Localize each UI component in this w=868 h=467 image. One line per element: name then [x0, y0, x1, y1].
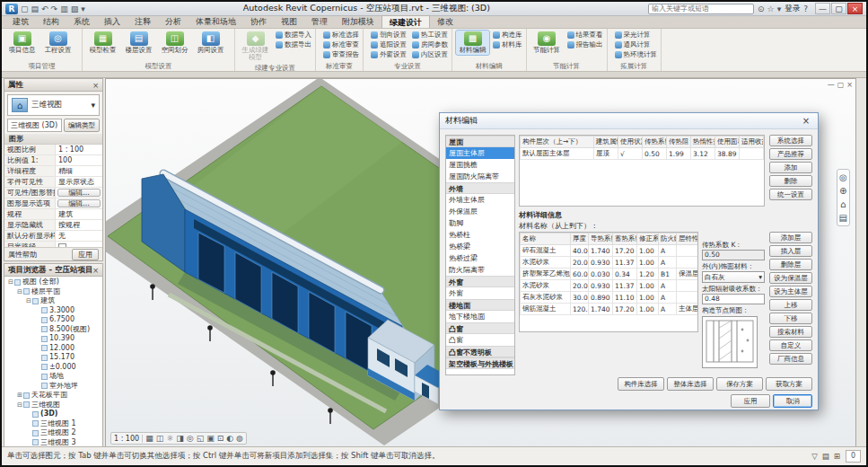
layer-button[interactable]: 删除层 [769, 259, 812, 270]
browser-tree-item[interactable]: ⊟ 三维视图 [4, 401, 102, 410]
close-icon[interactable]: × [92, 266, 99, 275]
design-options-icon[interactable]: ⊞ [834, 452, 840, 461]
detail-level-icon[interactable]: ◫ [156, 434, 164, 443]
properties-help-link[interactable]: 属性帮助 [8, 250, 37, 260]
undo-icon[interactable]: ↶ [41, 4, 48, 13]
property-value[interactable]: 显示原状态 [56, 177, 102, 187]
ribbon-small-button[interactable]: 数据导入 [276, 31, 311, 40]
ribbon-tab[interactable]: 注释 [127, 15, 158, 28]
ribbon-group-label[interactable]: 专业设置 [367, 61, 448, 71]
browser-tree-item[interactable]: 三维视图 1 [4, 419, 102, 429]
material-table-row[interactable]: 挤塑聚苯乙烯泡沫塑料60.00.0300.34 1.20B1保温层 [521, 269, 699, 280]
isolate-icon[interactable]: ◐ [226, 434, 233, 443]
dialog-side-button[interactable]: 删除 [769, 175, 812, 187]
app-logo-icon[interactable]: R [5, 4, 18, 14]
ribbon-tab[interactable]: 管理 [304, 15, 335, 28]
ribbon-button[interactable]: ◧房间设置 [194, 31, 227, 55]
ribbon-button[interactable]: ◫空间划分 [158, 31, 191, 55]
view-restore-icon[interactable]: ▢ [837, 81, 845, 89]
redo-icon[interactable]: ↷ [51, 4, 58, 13]
browser-tree-item[interactable]: ⊞ 天花板平面 [4, 391, 102, 401]
ribbon-small-button[interactable]: 材料库 [493, 40, 522, 49]
browser-tree-item[interactable]: 15.170 [4, 353, 102, 363]
ribbon-button[interactable]: ◎工程设置 [41, 31, 75, 55]
view-minimize-icon[interactable]: — [828, 81, 835, 89]
ribbon-button[interactable]: ▣项目信息 [5, 31, 39, 55]
browser-tree-item[interactable]: ⊟ 视图 (全部) [4, 278, 102, 287]
property-value[interactable]: 按规程 [56, 220, 102, 230]
property-row[interactable]: 详细程度 精细 [4, 166, 102, 177]
category-tree-item[interactable]: 凸窗不透明板 [446, 346, 514, 357]
browser-tree-item[interactable]: 10.390 [4, 334, 102, 344]
ribbon-small-button[interactable]: 标准审查 [323, 40, 359, 49]
ribbon-small-button[interactable]: 热环境计算 [615, 50, 658, 59]
dialog-side-button[interactable]: 统一设置 [769, 189, 812, 200]
ribbon-tab[interactable]: 系统 [66, 15, 97, 28]
selection-count[interactable]: 0 [846, 450, 861, 463]
dialog-side-button[interactable]: 添加 [769, 162, 812, 173]
nav-options-icon[interactable]: ▤ [839, 213, 847, 223]
ribbon-small-button[interactable]: 标准选择 [323, 31, 359, 40]
category-tree-item[interactable]: 架空楼板与外挑楼板 [446, 357, 514, 369]
material-table-row[interactable]: 钢筋混凝土120.01.74017.20 1.00A主体层 [521, 304, 699, 315]
property-row[interactable]: 视图比例 1 : 100 [4, 145, 102, 155]
category-tree-item[interactable]: 屋面防火隔离带 [446, 171, 514, 182]
browser-tree-item[interactable]: 室外地坪 [4, 382, 102, 392]
property-value[interactable]: 100 [56, 155, 102, 165]
ribbon-button[interactable]: ◆生成绿建模型 [239, 31, 272, 63]
layer-button[interactable]: 设为保温层 [769, 272, 812, 284]
measure-icon[interactable]: ▧ [71, 4, 79, 13]
ribbon-button[interactable]: ▤楼层设置 [122, 31, 155, 55]
layer-button[interactable]: 厂商信息 [769, 353, 812, 365]
layer-button[interactable]: 添加层 [769, 232, 812, 243]
dialog-side-button[interactable]: 产品推荐 [769, 148, 812, 160]
library-button[interactable]: 保存方案 [716, 377, 763, 391]
ribbon-group-label[interactable]: 材料编辑 [456, 61, 522, 71]
property-value[interactable]: 1 : 100 [56, 145, 102, 154]
browser-tree-item[interactable]: 场地 [4, 372, 102, 382]
browser-tree-item[interactable]: ⊟ 建筑 [4, 296, 102, 306]
type-selector[interactable]: ⌂ 三维视图 ▾ [7, 94, 100, 116]
open-icon[interactable]: ▢ [21, 4, 29, 13]
material-table-row[interactable]: 碎石混凝土40.01.74017.20 1.00A [521, 245, 699, 257]
property-group-header[interactable]: 图形 [4, 134, 102, 145]
category-tree-item[interactable]: 屋面主体层 [446, 147, 514, 159]
ribbon-small-button[interactable]: 结果查看 [567, 31, 603, 40]
ribbon-small-button[interactable]: 采光计算 [615, 31, 658, 40]
ribbon-button[interactable]: ▦模型检查 [86, 31, 119, 55]
dialog-close-icon[interactable]: × [800, 116, 812, 126]
close-icon[interactable]: × [92, 81, 99, 90]
ribbon-small-button[interactable]: 朝向设置 [371, 31, 407, 40]
category-tree-item[interactable]: 楼地面 [446, 299, 514, 311]
reveal-hidden-icon[interactable]: ◍ [236, 434, 243, 443]
tree-expander-icon[interactable]: ⊟ [16, 287, 23, 297]
property-row[interactable]: 零件可见性 显示原状态 [4, 177, 102, 188]
browser-tree-item[interactable]: (3D) [4, 410, 102, 419]
property-row[interactable]: 规程 建筑 [4, 209, 102, 220]
ribbon-small-button[interactable]: 内区设置 [412, 50, 448, 59]
layer-button[interactable]: 搜索材料 [769, 326, 812, 338]
ribbon-button[interactable]: ▩材料编辑 [456, 31, 489, 55]
category-tree-item[interactable]: 地下楼地面 [446, 311, 514, 322]
category-tree-item[interactable]: 外窗 [446, 276, 514, 287]
browser-tree-item[interactable]: ⊟ 楼层平面 [4, 287, 102, 297]
dialog-title-bar[interactable]: 材料编辑 × [440, 113, 818, 129]
ribbon-small-button[interactable]: 通风计算 [615, 40, 658, 49]
category-tree-item[interactable]: 防火隔离带 [446, 264, 514, 276]
instance-selector[interactable]: 三维视图 (3D) [7, 119, 62, 132]
filter-icon[interactable]: ▽ [811, 452, 818, 461]
ribbon-small-button[interactable]: 数据导出 [276, 40, 311, 49]
ribbon-tab[interactable]: 分析 [158, 15, 189, 28]
ribbon-group-label[interactable]: 标准审查 [320, 61, 359, 71]
browser-tree-item[interactable]: 3.3000 [4, 306, 102, 316]
cancel-button[interactable]: 取消 [773, 394, 812, 408]
ribbon-small-button[interactable]: 热工设置 [412, 31, 448, 40]
tree-expander-icon[interactable]: ⊟ [7, 278, 14, 287]
layer-button[interactable]: 下移 [769, 313, 812, 324]
material-layer-table[interactable]: 名称厚度导热系数蓄热系数修正系数防火级别层特性 碎石混凝土40.01.74017… [519, 232, 698, 332]
ribbon-group-label[interactable]: 拓展计算 [611, 61, 658, 71]
edit-type-button[interactable]: 编辑类型 [64, 119, 100, 132]
ribbon-small-button[interactable]: 遮阳设置 [371, 40, 407, 49]
finish-material-select[interactable]: 白石灰▾ [702, 271, 765, 283]
library-button[interactable]: 整体库选择 [667, 377, 714, 391]
